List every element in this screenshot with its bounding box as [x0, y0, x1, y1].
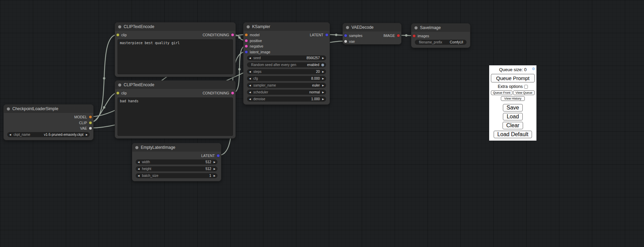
prompt-textarea[interactable]: bad hands — [117, 98, 233, 136]
arrow-left-icon[interactable]: ◀ — [249, 84, 251, 87]
arrow-left-icon[interactable]: ◀ — [249, 98, 251, 100]
widget-value: normal — [309, 90, 320, 94]
output-slot-conditioning[interactable]: CONDITIONING — [202, 33, 234, 37]
input-slot-images[interactable]: images — [413, 34, 429, 38]
arrow-right-icon[interactable]: ▶ — [214, 174, 215, 177]
node-collapse-dot-icon[interactable] — [247, 25, 250, 28]
slot-dot-model[interactable] — [89, 116, 92, 118]
input-slot-clip[interactable]: clip — [116, 33, 127, 37]
widget-batch-size[interactable]: ◀ batch_size 1 ▶ — [136, 173, 218, 178]
widget-scheduler[interactable]: ◀ scheduler normal ▶ — [247, 90, 326, 95]
slot-dot-latent[interactable] — [245, 51, 248, 53]
input-slot-latent-image[interactable]: latent_image — [245, 50, 270, 54]
arrow-right-icon[interactable]: ▶ — [322, 70, 324, 73]
slot-dot-conditioning[interactable] — [231, 34, 234, 36]
slot-dot-vae[interactable] — [344, 40, 347, 43]
extra-options-checkbox[interactable] — [524, 85, 528, 89]
output-slot-model[interactable]: MODEL — [74, 115, 92, 119]
node-title-bar[interactable]: EmptyLatentImage — [132, 143, 221, 152]
prompt-textarea[interactable]: masterpiece best quality girl — [117, 39, 233, 74]
widget-denoise[interactable]: ◀ denoise 1.000 ▶ — [247, 96, 326, 102]
view-queue-button[interactable]: View Queue — [513, 90, 535, 95]
widget-height[interactable]: ◀ height 512 ▶ — [136, 166, 218, 171]
node-collapse-dot-icon[interactable] — [346, 26, 349, 29]
output-slot-clip[interactable]: CLIP — [79, 121, 92, 125]
arrow-right-icon[interactable]: ▶ — [322, 77, 324, 80]
input-slot-positive[interactable]: positive — [245, 39, 262, 43]
slot-area: MODEL CLIP VAE — [4, 113, 93, 131]
widget-ckpt-name[interactable]: ◀ ckpt_name v1-5-pruned-emaonly.ckpt ▶ — [7, 132, 90, 137]
output-slot-image[interactable]: IMAGE — [383, 34, 400, 38]
input-slot-negative[interactable]: negative — [245, 44, 263, 48]
arrow-left-icon[interactable]: ◀ — [9, 133, 11, 136]
arrow-left-icon[interactable]: ◀ — [138, 174, 139, 177]
node-collapse-dot-icon[interactable] — [7, 107, 10, 110]
node-emptylatentimage[interactable]: EmptyLatentImage LATENT ◀ width 512 ▶ ◀ … — [132, 143, 221, 181]
node-cliptextencode-negative[interactable]: CLIPTextEncode clip CONDITIONING bad han… — [115, 80, 236, 139]
arrow-left-icon[interactable]: ◀ — [249, 91, 251, 93]
save-button[interactable]: Save — [503, 104, 523, 112]
arrow-left-icon[interactable]: ◀ — [249, 57, 251, 59]
widget-cfg[interactable]: ◀ cfg 8.000 ▶ — [247, 76, 326, 81]
slot-dot-image[interactable] — [397, 34, 400, 37]
output-slot-conditioning[interactable]: CONDITIONING — [202, 91, 234, 95]
slot-dot-latent[interactable] — [325, 34, 328, 36]
slot-dot-clip[interactable] — [116, 92, 119, 94]
slot-dot-latent[interactable] — [217, 154, 220, 157]
node-title-bar[interactable]: CLIPTextEncode — [115, 81, 235, 89]
node-collapse-dot-icon[interactable] — [414, 26, 418, 29]
widget-seed[interactable]: ◀ seed 8566257 ▶ — [247, 55, 326, 61]
node-title-bar[interactable]: CLIPTextEncode — [115, 23, 235, 31]
output-slot-vae[interactable]: VAE — [80, 126, 92, 130]
clear-button[interactable]: Clear — [503, 122, 523, 129]
node-ksampler[interactable]: KSampler LATENT model — [243, 22, 330, 105]
arrow-right-icon[interactable]: ▶ — [322, 84, 324, 87]
queue-front-button[interactable]: Queue Front — [491, 90, 512, 95]
graph-canvas[interactable]: CheckpointLoaderSimple MODEL CLIP VAE — [0, 0, 644, 247]
slot-dot-clip[interactable] — [116, 34, 119, 36]
node-title-bar[interactable]: CheckpointLoaderSimple — [4, 105, 93, 113]
node-collapse-dot-icon[interactable] — [118, 83, 121, 87]
widget-width[interactable]: ◀ width 512 ▶ — [136, 159, 218, 165]
node-collapse-dot-icon[interactable] — [118, 25, 121, 28]
arrow-left-icon[interactable]: ◀ — [138, 168, 139, 170]
load-default-button[interactable]: Load Default — [494, 131, 532, 138]
view-history-button[interactable]: View History — [501, 96, 525, 101]
node-vaedecode[interactable]: VAEDecode IMAGE samples — [343, 23, 401, 44]
input-slot-clip[interactable]: clip — [116, 91, 127, 95]
slot-dot-vae[interactable] — [89, 127, 92, 130]
arrow-right-icon[interactable]: ▶ — [322, 98, 324, 100]
node-title-bar[interactable]: SaveImage — [411, 24, 470, 32]
slot-dot-clip[interactable] — [89, 121, 92, 124]
slot-dot-conditioning[interactable] — [245, 39, 248, 42]
arrow-right-icon[interactable]: ▶ — [322, 57, 324, 59]
arrow-right-icon[interactable]: ▶ — [214, 168, 215, 170]
output-slot-latent[interactable]: LATENT — [201, 154, 220, 158]
queue-prompt-button[interactable]: Queue Prompt — [491, 74, 535, 82]
load-button[interactable]: Load — [503, 113, 523, 120]
arrow-left-icon[interactable]: ◀ — [249, 77, 251, 80]
slot-dot-conditioning[interactable] — [245, 45, 248, 48]
node-cliptextencode-positive[interactable]: CLIPTextEncode clip CONDITIONING masterp… — [115, 22, 236, 77]
node-title-bar[interactable]: KSampler — [244, 23, 330, 31]
arrow-left-icon[interactable]: ◀ — [138, 161, 139, 163]
widget-filename-prefix[interactable]: filename_prefix ComfyUI — [415, 40, 467, 45]
slot-dot-conditioning[interactable] — [231, 92, 234, 94]
node-title-bar[interactable]: VAEDecode — [343, 23, 401, 31]
widget-random-seed-toggle[interactable]: Random seed after every gen enabled — [247, 62, 326, 67]
input-slot-vae[interactable]: vae — [344, 39, 355, 43]
arrow-right-icon[interactable]: ▶ — [86, 133, 88, 136]
node-saveimage[interactable]: SaveImage images filename_prefix ComfyUI — [411, 23, 470, 48]
slot-label: vae — [349, 39, 355, 43]
node-checkpointloadersimple[interactable]: CheckpointLoaderSimple MODEL CLIP VAE — [3, 104, 94, 140]
node-collapse-dot-icon[interactable] — [135, 146, 138, 149]
settings-gear-icon[interactable]: ⚙ — [532, 67, 535, 71]
arrow-right-icon[interactable]: ▶ — [322, 91, 324, 93]
widget-sampler-name[interactable]: ◀ sampler_name euler ▶ — [247, 83, 326, 88]
slot-dot-image[interactable] — [413, 35, 416, 37]
widget-steps[interactable]: ◀ steps 20 ▶ — [247, 69, 326, 74]
output-slot-latent[interactable]: LATENT — [310, 33, 328, 37]
toggle-on-indicator[interactable] — [321, 64, 324, 66]
arrow-left-icon[interactable]: ◀ — [249, 70, 251, 73]
arrow-right-icon[interactable]: ▶ — [214, 161, 215, 163]
